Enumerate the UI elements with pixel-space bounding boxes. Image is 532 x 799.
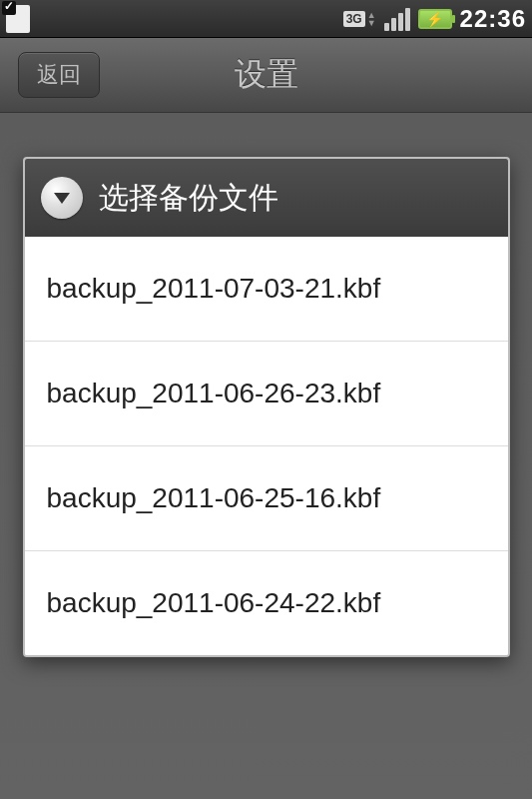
select-backup-dialog: 选择备份文件 backup_2011-07-03-21.kbf backup_2… xyxy=(23,157,510,657)
app-header: 返回 设置 xyxy=(0,38,532,113)
network-3g-icon: 3G ▲▼ xyxy=(343,11,376,27)
status-bar: 3G ▲▼ ⚡ 22:36 xyxy=(0,0,532,38)
list-item[interactable]: backup_2011-06-24-22.kbf xyxy=(25,550,508,655)
backup-file-list: backup_2011-07-03-21.kbf backup_2011-06-… xyxy=(25,237,508,655)
network-activity-icon: ▲▼ xyxy=(367,11,376,27)
list-item-label: backup_2011-06-24-22.kbf xyxy=(47,587,381,618)
dialog-overlay: 选择备份文件 backup_2011-07-03-21.kbf backup_2… xyxy=(0,113,532,799)
list-item-label: backup_2011-06-25-16.kbf xyxy=(47,482,381,513)
list-item[interactable]: backup_2011-06-25-16.kbf xyxy=(25,445,508,550)
back-button[interactable]: 返回 xyxy=(18,52,100,98)
dropdown-icon xyxy=(41,177,83,219)
list-item[interactable]: backup_2011-07-03-21.kbf xyxy=(25,237,508,341)
battery-charging-icon: ⚡ xyxy=(418,9,452,29)
status-bar-right: 3G ▲▼ ⚡ 22:36 xyxy=(343,5,526,33)
page-title: 设置 xyxy=(235,53,298,97)
signal-strength-icon xyxy=(384,7,410,31)
dialog-header: 选择备份文件 xyxy=(25,159,508,237)
dialog-title: 选择备份文件 xyxy=(99,178,278,219)
network-3g-label: 3G xyxy=(346,12,362,26)
clock: 22:36 xyxy=(460,5,526,33)
list-item-label: backup_2011-07-03-21.kbf xyxy=(47,273,381,304)
list-item[interactable]: backup_2011-06-26-23.kbf xyxy=(25,341,508,445)
list-item-label: backup_2011-06-26-23.kbf xyxy=(47,378,381,408)
back-button-label: 返回 xyxy=(37,60,81,90)
svg-marker-0 xyxy=(54,193,70,204)
status-bar-left xyxy=(6,5,30,33)
download-complete-icon xyxy=(6,5,30,33)
